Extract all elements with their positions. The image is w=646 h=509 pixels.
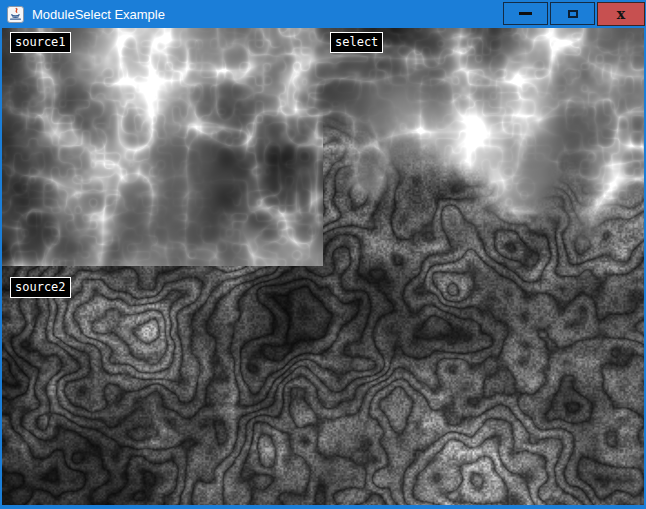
label-source2: source2 [10, 277, 71, 298]
titlebar[interactable]: ModuleSelect Example x [0, 0, 646, 28]
java-coffee-cup-icon [7, 6, 24, 23]
window-controls: x [503, 2, 645, 26]
render-area: source1 select source2 [2, 28, 644, 505]
maximize-button[interactable] [550, 2, 595, 25]
minimize-button[interactable] [503, 2, 548, 25]
maximize-square-icon [568, 10, 578, 18]
close-button[interactable]: x [597, 2, 645, 26]
app-window: ModuleSelect Example x source1 select so… [0, 0, 646, 509]
close-x-icon: x [617, 7, 625, 21]
label-source1: source1 [10, 32, 71, 53]
label-select: select [330, 32, 383, 53]
minimize-dash-icon [519, 12, 532, 15]
noise-render-canvas [2, 28, 644, 505]
window-title: ModuleSelect Example [32, 7, 165, 22]
